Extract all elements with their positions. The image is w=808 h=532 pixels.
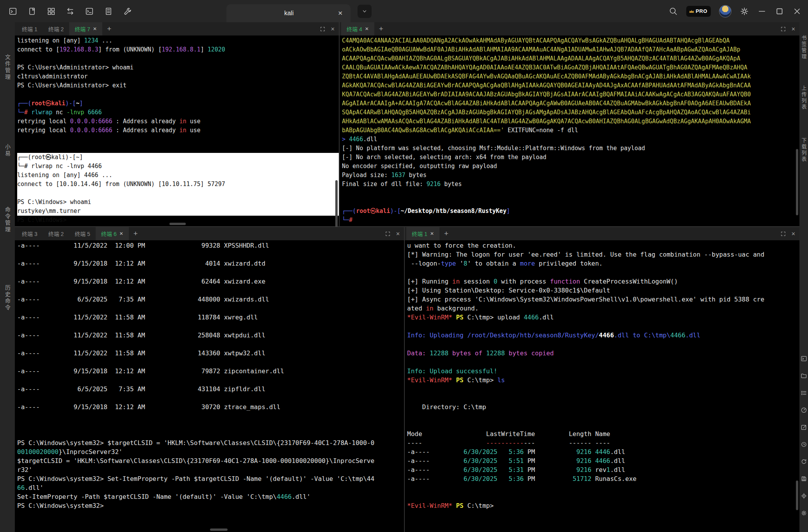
terminal-tab[interactable]: 终端 1✕ — [406, 227, 440, 240]
pane-expand-icon[interactable] — [780, 231, 786, 237]
pane-top-left: 终端 1终端 2终端 7✕+ ✕ listening on [any] 1234… — [15, 22, 339, 226]
terminal-output[interactable]: -a---- 11/5/2022 12:00 PM 99328 XPSSHHDR… — [15, 240, 404, 532]
tab-close-icon[interactable]: ✕ — [365, 26, 369, 32]
sidebar-item-command-history[interactable]: 历史命令 — [4, 285, 11, 311]
pane-expand-icon[interactable] — [780, 26, 786, 32]
session-tab-title: kali — [240, 10, 338, 17]
sidebar-item-bookmark-manager[interactable]: 书签管理 — [800, 35, 808, 60]
pane-close-icon[interactable]: ✕ — [396, 231, 400, 237]
history-clock-icon[interactable] — [801, 441, 807, 448]
new-tab-button[interactable]: + — [129, 227, 142, 240]
terminal-tab[interactable]: 终端 1 — [16, 22, 43, 35]
sidebar-item-xiaoyi-assistant[interactable]: 小易 — [4, 144, 11, 157]
left-sidebar: 文件管理 小易 命令管理 历史命令 — [0, 22, 15, 532]
save-icon[interactable] — [801, 475, 807, 482]
terminal-tab-label: 终端 4 — [347, 25, 362, 33]
refresh-icon[interactable] — [801, 458, 807, 465]
sidebar-item-command-manager[interactable]: 命令管理 — [4, 207, 11, 233]
pane-top-left-tabbar: 终端 1终端 2终端 7✕+ ✕ — [15, 22, 339, 35]
horizontal-scrollbar[interactable] — [210, 528, 228, 531]
minimize-icon[interactable] — [757, 7, 767, 16]
tab-close-icon[interactable]: ✕ — [93, 26, 97, 32]
pane-expand-icon[interactable] — [320, 26, 326, 32]
tab-close-icon[interactable]: ✕ — [430, 231, 434, 236]
pane-close-icon[interactable]: ✕ — [791, 26, 796, 32]
pro-badge-label: PRO — [696, 8, 707, 14]
session-dropdown-button[interactable] — [358, 5, 372, 18]
terminal-tab-label: 终端 2 — [48, 25, 64, 33]
tab-close-icon[interactable]: ✕ — [119, 231, 123, 236]
locate-icon[interactable] — [801, 493, 807, 499]
terminal-tab-label: 终端 2 — [48, 230, 64, 238]
maximize-icon[interactable] — [775, 7, 784, 16]
terminal-tab-label: 终端 5 — [75, 230, 90, 238]
pane-top-right: 终端 4✕+ ✕ C4AMQA0AC4ANAA2ACIALAA0ADQANgA2… — [340, 22, 799, 226]
terminal-icon[interactable] — [85, 7, 94, 16]
title-bar: kali ✕ PRO — [0, 0, 808, 22]
horizontal-scrollbar[interactable] — [169, 223, 186, 225]
dashboard-icon[interactable] — [801, 407, 807, 413]
vertical-scrollbar[interactable] — [796, 149, 798, 215]
pane-close-icon[interactable]: ✕ — [791, 231, 796, 237]
close-icon[interactable] — [792, 7, 802, 16]
terminal-tab-label: 终端 1 — [22, 25, 37, 33]
server-list-icon[interactable] — [104, 7, 113, 16]
settings-gear-icon[interactable] — [801, 510, 807, 516]
pane-top-right-tabbar: 终端 4✕+ ✕ — [340, 22, 799, 35]
new-tab-button[interactable]: + — [374, 22, 388, 35]
terminal-output[interactable]: u want to force the creation.[*] Warning… — [405, 240, 799, 532]
terminal-tab-label: 终端 7 — [75, 25, 90, 33]
session-tab-close-icon[interactable]: ✕ — [338, 10, 343, 17]
terminal-tab[interactable]: 终端 2 — [43, 22, 69, 35]
pane-expand-icon[interactable] — [385, 231, 391, 237]
terminal-tab[interactable]: 终端 6✕ — [96, 227, 129, 240]
terminal-tab-label: 终端 6 — [101, 230, 117, 238]
pane-bottom-left-tabbar: 终端 3终端 2终端 5终端 6✕+ ✕ — [15, 227, 404, 240]
right-toolbar — [801, 355, 807, 532]
list-icon[interactable] — [801, 390, 807, 396]
terminal-tab[interactable]: 终端 3 — [16, 227, 43, 240]
terminal-tab[interactable]: 终端 5 — [69, 227, 96, 240]
sidebar-item-upload-list[interactable]: 上传列表 — [800, 85, 808, 110]
pro-badge[interactable]: PRO — [686, 6, 711, 17]
pane-bottom-left: 终端 3终端 2终端 5终端 6✕+ ✕ -a---- 11/5/2022 12… — [15, 227, 404, 532]
pane-bottom-right: 终端 1✕+ ✕ u want to force the creation.[*… — [405, 227, 799, 532]
layout-grid-icon[interactable] — [47, 7, 55, 16]
new-tab-button[interactable]: + — [440, 227, 453, 240]
settings-gear-icon[interactable] — [740, 7, 749, 16]
split-view-icon[interactable] — [66, 7, 75, 16]
terminal-workspace: 终端 1终端 2终端 7✕+ ✕ listening on [any] 1234… — [15, 22, 799, 532]
topbar-icon-strip — [9, 7, 132, 16]
terminal-output[interactable]: C4AMQA0AC4ANAA2ACIALAA0ADQANgA2ACkAOwAkA… — [340, 35, 799, 226]
pane-bottom-right-tabbar: 终端 1✕+ ✕ — [405, 227, 799, 240]
search-icon[interactable] — [669, 7, 678, 16]
edit-icon[interactable] — [801, 424, 807, 431]
new-terminal-icon[interactable] — [9, 7, 17, 16]
tools-icon[interactable] — [123, 7, 132, 16]
new-tab-button[interactable]: + — [102, 22, 116, 35]
terminal-tab[interactable]: 终端 7✕ — [69, 22, 102, 35]
sidebar-item-file-manager[interactable]: 文件管理 — [4, 54, 11, 81]
pane-close-icon[interactable]: ✕ — [331, 26, 335, 32]
terminal-output[interactable]: listening on [any] 1234 ...connect to [1… — [15, 35, 339, 226]
crown-icon — [689, 9, 694, 14]
folder-icon[interactable] — [801, 372, 807, 379]
terminal-tab[interactable]: 终端 4✕ — [341, 22, 374, 35]
notebook-icon[interactable] — [28, 7, 36, 16]
terminal-tab-label: 终端 1 — [412, 230, 427, 238]
vertical-scrollbar[interactable] — [796, 481, 798, 510]
right-sidebar: 书签管理 上传列表 下载列表 — [799, 22, 808, 532]
terminal-tab[interactable]: 终端 2 — [43, 227, 69, 240]
session-tab-kali[interactable]: kali ✕ — [226, 4, 351, 22]
terminal-icon[interactable] — [801, 355, 807, 362]
sidebar-item-download-list[interactable]: 下载列表 — [800, 138, 808, 163]
terminal-tab-label: 终端 3 — [22, 230, 37, 238]
avatar[interactable] — [719, 5, 731, 18]
